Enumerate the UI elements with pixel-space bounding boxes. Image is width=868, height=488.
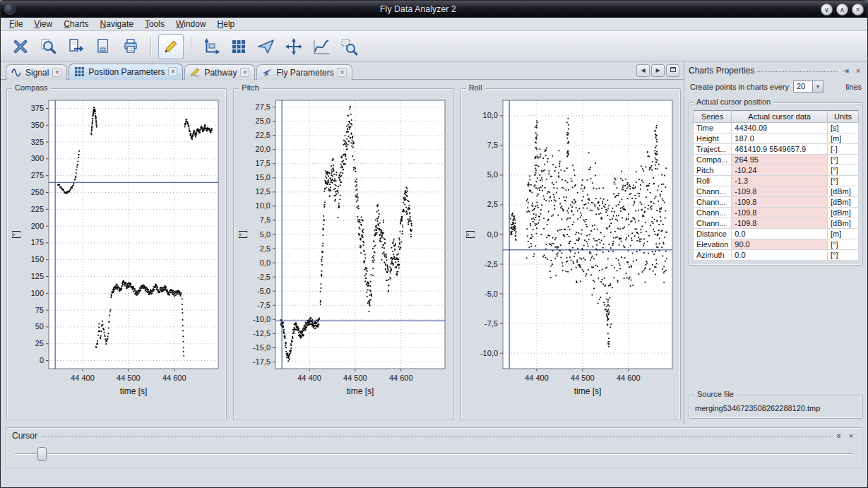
cell-series: Elevation <box>694 239 732 250</box>
table-row[interactable]: Traject...461410.9 5549657.9[-] <box>694 144 859 155</box>
svg-text:25: 25 <box>35 339 44 347</box>
compass-plot[interactable]: 0255075100125150175200225250275300325350… <box>9 95 224 411</box>
maximize-window-button[interactable]: ∧ <box>836 4 848 16</box>
roll-plot[interactable]: -10,0-7,5-5,0-2,50,02,55,07,510,044 4004… <box>463 95 678 411</box>
table-row[interactable]: Time44340.09[s] <box>694 123 859 133</box>
points-grid-button[interactable] <box>226 34 251 59</box>
maximize-view-button[interactable] <box>666 64 679 77</box>
table-row[interactable]: Pitch-10.24[°] <box>694 165 859 176</box>
collapse-icon[interactable]: » <box>835 434 845 439</box>
menu-navigate[interactable]: Navigate <box>95 18 139 30</box>
tab-close-icon[interactable]: × <box>168 67 177 76</box>
tab-fly-parameters[interactable]: Fly Parameters × <box>256 64 352 80</box>
charts-properties-panel: Charts Properties ⇥ × Create points in c… <box>684 62 867 424</box>
panel-spacer <box>689 266 863 395</box>
svg-text:0,0: 0,0 <box>260 258 270 267</box>
table-row[interactable]: Chann...-109.8[dBm] <box>694 218 859 229</box>
print-button[interactable] <box>118 34 143 59</box>
slider-track[interactable] <box>15 453 853 455</box>
cursor-panel: Cursor » × <box>6 427 862 468</box>
close-panel-icon[interactable]: × <box>853 66 863 75</box>
pitch-plot[interactable]: -17,5-15,0-12,5-10,0-7,5-5,0-2,50,02,55,… <box>236 95 451 411</box>
column-header-value[interactable]: Actual cursor data <box>732 111 828 123</box>
shade-window-button[interactable]: ∨ <box>821 4 833 16</box>
group-title: Actual cursor position <box>694 97 773 106</box>
menu-window[interactable]: Window <box>170 18 212 30</box>
menu-help[interactable]: Help <box>212 18 241 30</box>
table-row[interactable]: Elevation90.0[°] <box>694 239 859 250</box>
roll-chart-group: Roll -10,0-7,5-5,0-2,50,02,55,07,510,044… <box>460 88 681 420</box>
table-row[interactable]: Chann...-109.8[dBm] <box>694 208 859 218</box>
svg-text:17,5: 17,5 <box>256 159 270 167</box>
time-cursor-slider[interactable] <box>12 444 856 464</box>
app-window: Fly Data Analyzer 2 ∨ ∧ × File View Char… <box>0 0 868 488</box>
close-panel-icon[interactable]: × <box>846 432 856 440</box>
export-document-icon <box>66 37 85 56</box>
menu-charts[interactable]: Charts <box>58 18 94 30</box>
points-interval-value[interactable]: 20 <box>793 81 813 93</box>
table-row[interactable]: Chann...-109.8[dBm] <box>694 197 859 208</box>
edit-pencil-button[interactable] <box>158 34 184 59</box>
points-grid-icon <box>74 66 85 77</box>
page-preview-button[interactable] <box>90 34 116 59</box>
table-row[interactable]: Azimuth0.0[°] <box>694 250 859 261</box>
cell-value: 264.95 <box>732 155 828 165</box>
fit-to-view-button[interactable] <box>281 34 307 59</box>
svg-text:350: 350 <box>31 121 44 129</box>
svg-text:5,0: 5,0 <box>260 230 270 239</box>
svg-text:44 600: 44 600 <box>162 374 186 382</box>
chevron-down-icon[interactable]: ▾ <box>813 81 824 93</box>
next-tab-button[interactable]: ▶ <box>651 64 665 77</box>
svg-text:2,5: 2,5 <box>260 244 270 253</box>
cell-value: 187.0 <box>732 133 828 144</box>
menu-file[interactable]: File <box>4 18 28 30</box>
tab-close-icon[interactable]: × <box>52 68 61 77</box>
points-interval-combobox[interactable]: 20 ▾ <box>793 81 824 93</box>
cell-units: [°] <box>828 250 859 261</box>
svg-text:time [s]: time [s] <box>347 386 374 396</box>
dock-icon[interactable]: ⇥ <box>840 66 850 76</box>
cell-value: -10.24 <box>732 165 828 176</box>
cell-units: [m] <box>828 133 859 144</box>
prev-tab-button[interactable]: ◀ <box>636 64 650 77</box>
merge-data-button[interactable] <box>8 34 33 59</box>
table-row[interactable]: Roll-1.3[°] <box>694 176 859 186</box>
table-row[interactable]: Height187.0[m] <box>694 133 859 144</box>
zoom-selection-button[interactable] <box>336 34 362 59</box>
svg-text:44 500: 44 500 <box>571 374 595 382</box>
tab-pathway[interactable]: Pathway × <box>184 64 255 80</box>
pitch-chart-group: Pitch -17,5-15,0-12,5-10,0-7,5-5,0-2,50,… <box>233 88 453 420</box>
search-button[interactable] <box>35 34 61 59</box>
table-row[interactable]: Compa...264.95[°] <box>694 155 859 165</box>
tab-position-parameters[interactable]: Position Parameters × <box>69 64 183 80</box>
tab-close-icon[interactable]: × <box>240 68 249 77</box>
tab-label: Fly Parameters <box>276 68 333 78</box>
table-row[interactable]: Distance0.0[m] <box>694 229 859 239</box>
cell-units: [dBm] <box>828 208 859 218</box>
axis-range-button[interactable] <box>198 34 224 59</box>
cursor-pointer-button[interactable] <box>254 34 279 59</box>
fit-to-view-icon <box>285 37 303 56</box>
svg-text:44 400: 44 400 <box>525 374 549 382</box>
menu-tools[interactable]: Tools <box>139 18 170 30</box>
svg-text:7,5: 7,5 <box>260 215 270 224</box>
menu-view[interactable]: View <box>28 18 58 30</box>
column-header-series[interactable]: Series <box>694 111 732 123</box>
tab-label: Pathway <box>204 68 237 78</box>
svg-text:10,0: 10,0 <box>482 111 497 119</box>
cell-value: 461410.9 5549657.9 <box>732 144 828 155</box>
search-icon <box>39 37 57 56</box>
cell-series: Chann... <box>694 218 732 229</box>
export-document-button[interactable] <box>63 34 88 59</box>
column-header-units[interactable]: Units <box>828 111 859 123</box>
app-menu-icon[interactable] <box>4 4 16 15</box>
close-window-button[interactable]: × <box>852 4 864 16</box>
cell-value: -109.8 <box>732 186 828 197</box>
table-row[interactable]: Chann...-109.8[dBm] <box>694 186 859 197</box>
smooth-curve-button[interactable] <box>309 34 334 59</box>
tab-close-icon[interactable]: × <box>338 68 347 77</box>
charts-column: Signal × Position Parameters × <box>1 62 684 424</box>
tab-signal[interactable]: Signal × <box>6 64 67 80</box>
slider-thumb[interactable] <box>37 447 47 461</box>
points-grid-icon <box>230 37 248 56</box>
